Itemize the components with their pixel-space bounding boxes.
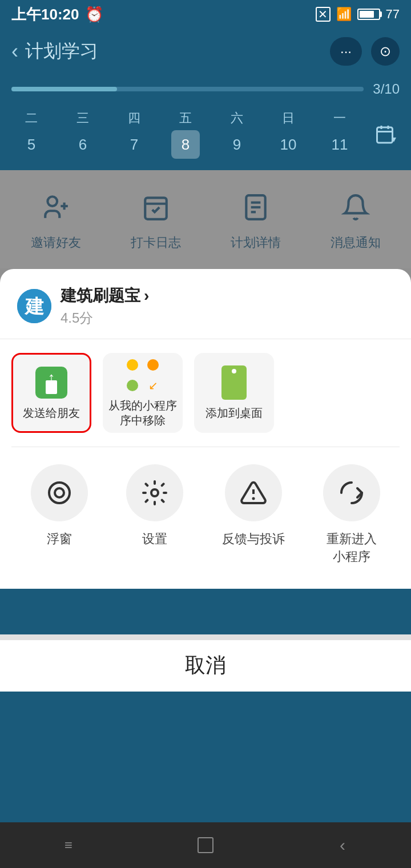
day-number: 5: [17, 130, 46, 159]
camera-icon: ⊙: [380, 43, 391, 59]
cancel-section[interactable]: 取消: [0, 634, 411, 692]
bottom-actions-row: 浮窗 设置: [0, 447, 411, 577]
wifi-icon: 📶: [336, 7, 352, 22]
status-right: ✕ 📶 77: [316, 7, 400, 22]
back-sys-button[interactable]: ‹: [328, 831, 357, 859]
svg-point-15: [49, 483, 70, 503]
float-window-label: 浮窗: [47, 531, 72, 548]
svg-point-16: [55, 488, 64, 497]
send-to-friends-label: 发送给朋友: [23, 405, 80, 420]
nav-left[interactable]: ‹ 计划学习: [11, 39, 98, 64]
send-to-friends-card[interactable]: 发送给朋友: [11, 353, 91, 433]
weekday-label: 三: [76, 110, 89, 127]
back-sys-icon: ‹: [340, 835, 345, 855]
day-number: 10: [274, 130, 303, 159]
day-item-tue[interactable]: 三 6: [63, 110, 103, 159]
camera-button[interactable]: ⊙: [371, 37, 400, 66]
float-window-icon-circle: [31, 464, 88, 521]
progress-bar-bg: [11, 87, 364, 91]
svg-point-17: [151, 489, 158, 496]
app-rating: 4.5分: [61, 309, 149, 327]
float-window-item[interactable]: 浮窗: [31, 464, 88, 566]
svg-text:建: 建: [24, 296, 45, 317]
cancel-button[interactable]: 取消: [185, 652, 226, 680]
add-desktop-card[interactable]: 添加到桌面: [194, 353, 274, 433]
day-number: 9: [223, 130, 251, 159]
home-icon: [198, 837, 213, 853]
nav-bar: ‹ 计划学习 ··· ⊙: [0, 29, 411, 74]
settings-label: 设置: [142, 531, 167, 548]
settings-item[interactable]: 设置: [126, 464, 183, 566]
battery-icon: [357, 9, 380, 20]
weekday-label: 二: [25, 110, 38, 127]
system-nav-bar: ≡ ‹: [0, 822, 411, 868]
day-number: 8: [171, 130, 200, 159]
reenter-item[interactable]: 重新进入小程序: [323, 464, 380, 566]
day-item-mon[interactable]: 二 5: [11, 110, 51, 159]
app-name-chevron-icon: ›: [144, 287, 149, 305]
phone-icon: [221, 365, 247, 400]
progress-text: 3/10: [373, 81, 400, 97]
svg-rect-0: [377, 127, 393, 143]
more-button[interactable]: ···: [330, 37, 362, 66]
bottom-sheet: 建 建筑刷题宝 › 4.5分 发送给朋友: [0, 269, 411, 589]
back-icon[interactable]: ‹: [11, 39, 18, 63]
share-icon: [35, 367, 67, 399]
time-display: 上午10:20: [11, 5, 79, 25]
day-item-sat[interactable]: 日 10: [268, 110, 308, 159]
day-number: 7: [120, 130, 148, 159]
home-button[interactable]: [191, 831, 220, 859]
day-item-fri[interactable]: 六 9: [217, 110, 257, 159]
share-icon-container: [34, 365, 68, 400]
day-number: 6: [68, 130, 97, 159]
progress-bar-fill: [11, 87, 117, 91]
progress-section: 3/10: [0, 74, 411, 104]
battery-level: 77: [386, 7, 400, 22]
app-name-row: 建筑刷题宝 ›: [61, 285, 149, 307]
weekday-label: 日: [282, 110, 295, 127]
menu-icon: ≡: [65, 837, 72, 853]
reenter-label: 重新进入小程序: [327, 531, 377, 566]
feedback-label: 反馈与投诉: [222, 531, 285, 548]
add-desktop-label: 添加到桌面: [206, 405, 263, 420]
close-icon: ✕: [316, 7, 331, 22]
nav-title: 计划学习: [25, 39, 98, 64]
arrow-icon: ↙: [147, 380, 159, 391]
week-calendar[interactable]: 二 5 三 6 四 7 五 8 六 9 日 10 一 11 ▾: [0, 104, 411, 170]
day-item-thu-active[interactable]: 五 8: [166, 110, 206, 159]
more-dots-icon: ···: [340, 43, 352, 59]
alarm-clock-icon: ⏰: [85, 6, 103, 23]
feedback-item[interactable]: 反馈与投诉: [222, 464, 285, 566]
status-left: 上午10:20 ⏰: [11, 5, 103, 25]
add-desktop-icon-container: [217, 365, 251, 400]
feedback-icon-circle: [225, 464, 282, 521]
nav-right: ··· ⊙: [330, 37, 400, 66]
day-item-wed[interactable]: 四 7: [114, 110, 154, 159]
settings-icon-circle: [126, 464, 183, 521]
app-logo: 建: [17, 289, 51, 323]
chevron-down-icon: ▾: [392, 134, 396, 144]
status-bar: 上午10:20 ⏰ ✕ 📶 77: [0, 0, 411, 29]
weekday-label: 一: [333, 110, 346, 127]
remove-miniapp-label: 从我的小程序序中移除: [108, 398, 177, 428]
action-grid: 发送给朋友 ↙ 从我的小程序序中移除 添: [0, 339, 411, 447]
remove-miniapp-card[interactable]: ↙ 从我的小程序序中移除: [103, 353, 183, 433]
app-info-section[interactable]: 建 建筑刷题宝 › 4.5分: [0, 269, 411, 339]
reenter-icon-circle: [323, 464, 380, 521]
weekday-label: 四: [128, 110, 140, 127]
remove-miniapp-icon-container: ↙: [126, 358, 160, 392]
main-content: 邀请好友 打卡日志 计划详情: [0, 170, 411, 692]
dots-icon: ↙: [127, 359, 159, 391]
app-info-text: 建筑刷题宝 › 4.5分: [61, 285, 149, 327]
day-item-sun[interactable]: 一 11: [320, 110, 360, 159]
calendar-full-icon[interactable]: ▾: [371, 120, 400, 148]
weekday-label: 五: [179, 110, 192, 127]
day-number: 11: [325, 130, 354, 159]
weekday-label: 六: [231, 110, 243, 127]
app-name-label: 建筑刷题宝: [61, 285, 140, 307]
menu-button[interactable]: ≡: [54, 831, 83, 859]
